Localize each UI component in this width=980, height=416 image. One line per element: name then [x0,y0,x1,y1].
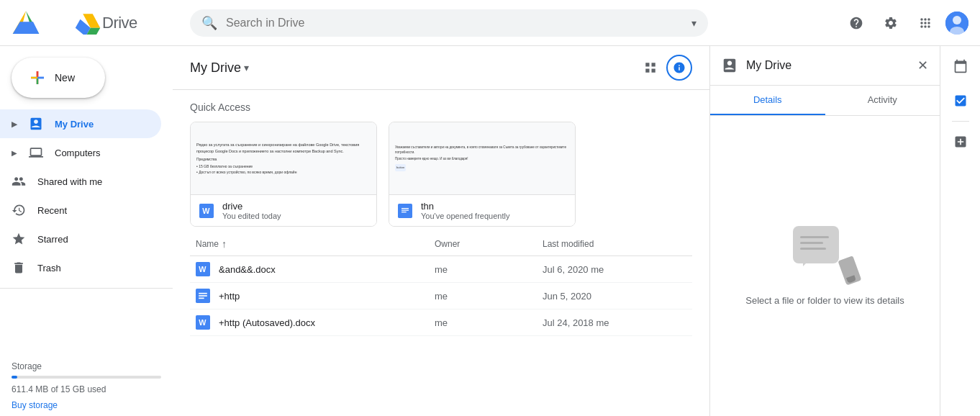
computers-arrow-icon: ▶ [12,149,17,157]
sidebar-item-recent[interactable]: Recent [0,196,161,225]
card-preview-drive: Рядко за услугата за съхранение и синхро… [191,122,376,194]
card-subtitle-thn: You've opened frequently [421,212,566,220]
sidebar-item-starred-label: Starred [37,234,68,245]
svg-text:W: W [199,318,207,327]
file-name-cell-1: +http [196,289,435,303]
quick-access-label: Quick Access [190,101,692,113]
drive-logo-combined: Drive [75,12,137,35]
storage-fill [12,376,17,379]
support-icon[interactable] [842,9,871,37]
file-modified-0: Jul 6, 2020 me [543,264,686,275]
panel-title-row: My Drive [722,58,791,73]
sidebar-item-trash-label: Trash [37,263,61,273]
search-chevron-icon[interactable]: ▾ [691,17,697,29]
card-info-thn: thn You've opened frequently [421,201,566,220]
file-owner-1: me [435,291,543,302]
buy-storage-button[interactable]: Buy storage [12,400,161,410]
file-row[interactable]: W +http (Autosaved).docx me Jul 24, 2018… [190,309,692,336]
card-name-drive: drive [222,201,368,212]
file-row[interactable]: +http me Jun 5, 2020 [190,283,692,309]
sidebar-item-computers[interactable]: ▶ Computers [0,138,161,167]
empty-state-text: Select a file or folder to view its deta… [745,295,904,306]
grid-view-button[interactable] [638,55,663,81]
search-bar: 🔍 ▾ [190,9,708,37]
card-footer-drive: W drive You edited today [191,194,376,226]
file-docs-icon-1 [196,289,210,303]
panel-drive-folder-icon [722,58,738,73]
storage-section: Storage 611.4 MB of 15 GB used Buy stora… [0,356,173,416]
new-button[interactable]: New [12,58,105,98]
svg-rect-15 [398,204,412,218]
quick-cards: Рядко за услугата за съхранение и синхро… [190,122,692,227]
sidebar: New ▶ My Drive ▶ Computers Shared with m… [0,46,173,416]
tab-details[interactable]: Details [710,86,825,115]
title-chevron-icon[interactable]: ▾ [244,62,249,73]
main-content: My Drive ▾ Quick Access Ряд [173,46,709,416]
quick-card-thn[interactable]: Уважаеми съставители и автори на докумен… [389,122,576,227]
file-owner-0: me [435,264,543,275]
close-panel-button[interactable]: ✕ [917,58,928,73]
header: Drive 🔍 ▾ [0,0,980,46]
card-name-thn: thn [421,201,566,212]
col-name-header[interactable]: Name ↑ [196,238,435,250]
tasks-button[interactable] [946,86,975,115]
file-name-1: +http [219,291,240,302]
card-footer-thn: thn You've opened frequently [389,194,575,226]
header-actions [842,9,968,37]
file-name-2: +http (Autosaved).docx [219,317,315,328]
computers-icon [29,145,43,160]
col-modified-header: Last modified [543,239,686,249]
far-right-divider [952,121,969,122]
my-drive-icon [29,117,43,131]
settings-icon[interactable] [876,9,905,37]
main-header: My Drive ▾ [173,46,709,90]
expand-arrow-icon: ▶ [12,120,17,128]
svg-text:W: W [199,265,207,273]
panel-header: My Drive ✕ [710,46,940,86]
drive-logo-triangle [43,10,69,36]
file-modified-2: Jul 24, 2018 me [543,317,686,328]
card-preview-thn: Уважаеми съставители и автори на докумен… [389,122,575,194]
search-input[interactable] [226,17,683,30]
logo-area: Drive [12,9,184,37]
search-icon: 🔍 [201,15,217,31]
panel-content: Select a file or folder to view its deta… [710,116,940,416]
quick-card-drive[interactable]: Рядко за услугата за съхранение и синхро… [190,122,377,227]
file-row[interactable]: W &and&&.docx me Jul 6, 2020 me [190,256,692,283]
file-word-icon-0: W [196,262,210,276]
sidebar-item-trash[interactable]: Trash [0,253,161,282]
new-plus-icon [29,69,46,86]
file-name-0: &and&&.docx [219,264,276,275]
apps-icon[interactable] [911,9,940,37]
file-name-cell-0: W &and&&.docx [196,262,435,276]
calendar-button[interactable] [946,52,975,81]
sidebar-item-shared[interactable]: Shared with me [0,167,161,196]
layout: New ▶ My Drive ▶ Computers Shared with m… [0,46,980,416]
avatar[interactable] [945,12,968,35]
panel-title-text: My Drive [746,59,791,72]
drive-title-row: My Drive ▾ [190,60,249,76]
card-info-drive: drive You edited today [222,201,368,220]
file-list: Name ↑ Owner Last modified W &and&&.docx… [173,232,709,336]
gdrive-logo-svg [75,12,101,35]
sidebar-item-my-drive[interactable]: ▶ My Drive [0,109,161,138]
far-right-panel [940,46,980,416]
card-subtitle-drive: You edited today [222,212,368,220]
file-owner-2: me [435,317,543,328]
storage-bar [12,376,161,379]
view-icons [638,55,692,81]
info-button[interactable] [666,55,692,81]
add-apps-button[interactable] [946,127,975,156]
drive-logo-icon [12,9,40,37]
tab-activity[interactable]: Activity [825,86,940,115]
sidebar-item-starred[interactable]: Starred [0,225,161,253]
panel-tabs: Details Activity [710,86,940,116]
empty-state-illustration [793,226,858,284]
docs-icon [398,204,412,218]
shared-icon [12,174,26,189]
storage-label: Storage [12,361,161,371]
sidebar-item-shared-label: Shared with me [37,176,102,187]
word-doc-icon: W [199,204,214,218]
quick-access-section: Quick Access Рядко за услугата за съхран… [173,90,709,232]
sort-arrow-icon: ↑ [222,238,227,250]
